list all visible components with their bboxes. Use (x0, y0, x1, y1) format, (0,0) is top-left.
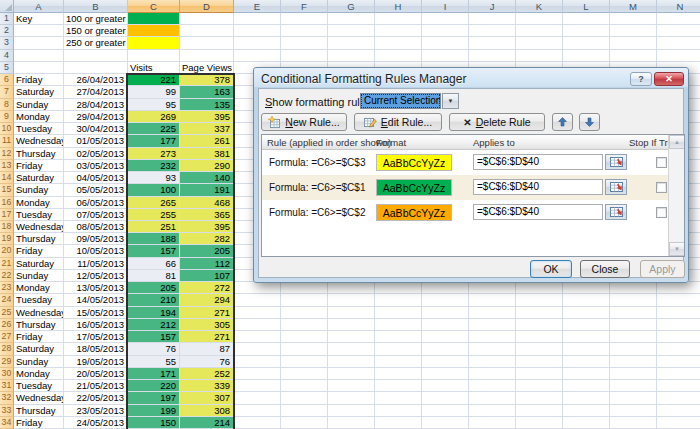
cell-B1[interactable]: 100 or greater (64, 13, 128, 25)
cell-A33[interactable]: Thursday (14, 405, 64, 417)
cell-J30[interactable] (469, 368, 516, 380)
cell-C22[interactable]: 81 (128, 270, 180, 282)
cell-B17[interactable]: 07/05/2013 (64, 209, 128, 221)
cell-N33[interactable] (657, 405, 700, 417)
cell-D19[interactable]: 282 (180, 233, 234, 245)
cell-N28[interactable] (657, 343, 700, 355)
cell-A11[interactable]: Wednesday (14, 135, 64, 147)
cell-N24[interactable] (657, 294, 700, 306)
cell-E23[interactable] (234, 282, 281, 294)
cell-D29[interactable]: 76 (180, 356, 234, 368)
stop-if-true-checkbox[interactable] (656, 207, 667, 218)
cell-D31[interactable]: 339 (180, 380, 234, 392)
row-header-21[interactable]: 21 (0, 258, 14, 270)
cell-K32[interactable] (516, 392, 563, 404)
cell-E32[interactable] (234, 392, 281, 404)
cell-F28[interactable] (281, 343, 328, 355)
cell-C8[interactable]: 95 (128, 99, 180, 111)
row-header-28[interactable]: 28 (0, 343, 14, 355)
cell-E25[interactable] (234, 307, 281, 319)
row-header-18[interactable]: 18 (0, 221, 14, 233)
cell-E28[interactable] (234, 343, 281, 355)
help-button[interactable]: ? (630, 72, 652, 86)
cell-B9[interactable]: 29/04/2013 (64, 111, 128, 123)
cell-C5[interactable]: Visits (128, 62, 180, 74)
cell-D21[interactable]: 112 (180, 258, 234, 270)
column-header-I[interactable]: I (422, 0, 469, 13)
cell-D12[interactable]: 381 (180, 148, 234, 160)
cell-C32[interactable]: 197 (128, 392, 180, 404)
cell-K3[interactable] (516, 37, 563, 49)
cell-A18[interactable]: Wednesday (14, 221, 64, 233)
cell-B19[interactable]: 09/05/2013 (64, 233, 128, 245)
cell-L32[interactable] (563, 392, 610, 404)
row-header-2[interactable]: 2 (0, 25, 14, 37)
range-selector-button[interactable] (605, 179, 627, 195)
cell-A28[interactable]: Saturday (14, 343, 64, 355)
cell-D23[interactable]: 272 (180, 282, 234, 294)
cell-C19[interactable]: 188 (128, 233, 180, 245)
cell-C18[interactable]: 251 (128, 221, 180, 233)
cell-C34[interactable]: 150 (128, 417, 180, 429)
cell-M28[interactable] (610, 343, 657, 355)
cell-B32[interactable]: 22/05/2013 (64, 392, 128, 404)
cell-H23[interactable] (375, 282, 422, 294)
cell-A20[interactable]: Friday (14, 245, 64, 257)
cell-J1[interactable] (469, 13, 516, 25)
cell-J24[interactable] (469, 294, 516, 306)
column-header-C[interactable]: C (128, 0, 180, 13)
cell-L25[interactable] (563, 307, 610, 319)
cell-K23[interactable] (516, 282, 563, 294)
cell-L4[interactable] (563, 50, 610, 62)
column-header-B[interactable]: B (64, 0, 128, 13)
cell-H3[interactable] (375, 37, 422, 49)
cell-J3[interactable] (469, 37, 516, 49)
cell-I27[interactable] (422, 331, 469, 343)
cell-E26[interactable] (234, 319, 281, 331)
cell-C2[interactable] (128, 25, 180, 37)
cell-D15[interactable]: 191 (180, 184, 234, 196)
cell-C26[interactable]: 212 (128, 319, 180, 331)
cell-I28[interactable] (422, 343, 469, 355)
cell-C16[interactable]: 265 (128, 197, 180, 209)
cell-F34[interactable] (281, 417, 328, 429)
cell-L31[interactable] (563, 380, 610, 392)
cell-C20[interactable]: 157 (128, 245, 180, 257)
cell-J32[interactable] (469, 392, 516, 404)
cell-D3[interactable] (180, 37, 234, 49)
cell-N3[interactable] (657, 37, 700, 49)
cell-C15[interactable]: 100 (128, 184, 180, 196)
cell-N27[interactable] (657, 331, 700, 343)
rule-row[interactable]: Formula: =C6>=$C$2AaBbCcYyZz=$C$6:$D$40 (262, 200, 669, 225)
cell-C12[interactable]: 273 (128, 148, 180, 160)
cell-B33[interactable]: 23/05/2013 (64, 405, 128, 417)
cell-G3[interactable] (328, 37, 375, 49)
cell-D26[interactable]: 305 (180, 319, 234, 331)
cell-G25[interactable] (328, 307, 375, 319)
dialog-titlebar[interactable]: Conditional Formatting Rules Manager ? ✕ (254, 68, 688, 88)
cell-N2[interactable] (657, 25, 700, 37)
cell-M29[interactable] (610, 356, 657, 368)
cell-D7[interactable]: 163 (180, 86, 234, 98)
cell-N4[interactable] (657, 50, 700, 62)
rule-row[interactable]: Formula: =C6>=$C$1AaBbCcYyZz=$C$6:$D$40 (262, 175, 669, 200)
row-header-10[interactable]: 10 (0, 123, 14, 135)
cell-K27[interactable] (516, 331, 563, 343)
cell-E31[interactable] (234, 380, 281, 392)
row-header-11[interactable]: 11 (0, 135, 14, 147)
scroll-up-button[interactable]: ▲ (669, 135, 685, 149)
close-button[interactable]: Close (580, 260, 630, 278)
cell-E3[interactable] (234, 37, 281, 49)
cell-F2[interactable] (281, 25, 328, 37)
row-header-26[interactable]: 26 (0, 319, 14, 331)
cell-D25[interactable]: 271 (180, 307, 234, 319)
cell-K34[interactable] (516, 417, 563, 429)
cell-E34[interactable] (234, 417, 281, 429)
cell-G24[interactable] (328, 294, 375, 306)
row-header-31[interactable]: 31 (0, 380, 14, 392)
cell-D22[interactable]: 107 (180, 270, 234, 282)
cell-M34[interactable] (610, 417, 657, 429)
cell-B15[interactable]: 05/05/2013 (64, 184, 128, 196)
range-selector-button[interactable] (605, 204, 627, 220)
cell-C21[interactable]: 66 (128, 258, 180, 270)
